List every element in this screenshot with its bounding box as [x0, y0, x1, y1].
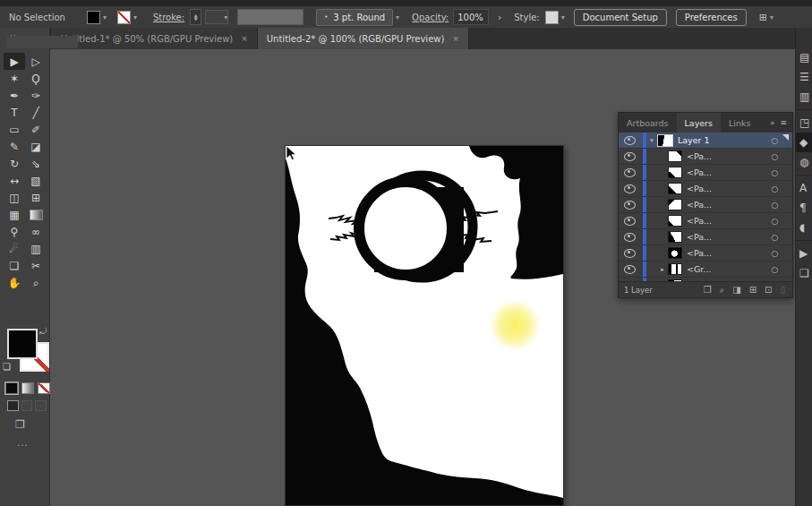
dock-icon-1[interactable]: ▤ — [796, 47, 812, 67]
expand-chevron-icon[interactable]: ▾ — [646, 137, 657, 144]
visibility-eye-icon[interactable] — [624, 249, 636, 258]
target-circle-icon[interactable]: ○ — [771, 168, 778, 177]
selection-tool[interactable]: ▶ — [4, 53, 25, 70]
layer-row-path[interactable]: <Pa... ○ — [619, 149, 792, 165]
perspective-grid-tool[interactable]: ⊞ — [25, 189, 47, 206]
brush-definition-combo[interactable]: • 3 pt. Round — [316, 9, 393, 26]
gradient-tool[interactable] — [25, 206, 47, 223]
expand-chevron-icon[interactable]: ▸ — [657, 266, 668, 273]
mesh-tool[interactable]: ▦ — [4, 206, 25, 223]
selected-art-indicator[interactable] — [782, 134, 789, 141]
draw-behind-button[interactable] — [21, 400, 33, 411]
draw-inside-button[interactable] — [35, 400, 47, 411]
layer-name[interactable]: <Pa... — [687, 167, 712, 177]
visibility-eye-icon[interactable] — [624, 168, 636, 177]
layer-name[interactable]: <Gr... — [687, 264, 711, 274]
dock-icon-11[interactable]: ❏ — [796, 263, 812, 283]
direct-selection-tool[interactable]: ▷ — [25, 53, 47, 70]
layer-thumbnail[interactable] — [668, 150, 682, 162]
stroke-color-swatch[interactable] — [117, 11, 131, 24]
lasso-tool[interactable]: Ϙ — [25, 70, 47, 87]
fill-color-swatch[interactable] — [87, 11, 100, 24]
panel-overflow-icon[interactable]: » — [770, 118, 775, 127]
opacity-label[interactable]: Opacity: — [412, 13, 449, 22]
dock-icon-2[interactable]: ☰ — [796, 67, 812, 87]
tab-close-icon[interactable]: × — [452, 34, 459, 43]
magic-wand-tool[interactable]: ✶ — [4, 70, 25, 87]
artboard-tool[interactable]: ❏ — [4, 257, 25, 274]
tab-links[interactable]: Links — [721, 113, 758, 133]
target-circle-icon[interactable]: ○ — [771, 265, 778, 274]
visibility-eye-icon[interactable] — [624, 265, 636, 274]
zoom-tool[interactable]: ⌕ — [25, 274, 47, 291]
layer-name[interactable]: <Pa... — [687, 200, 712, 210]
arrange-documents-icon[interactable]: ⊞ — [759, 12, 767, 23]
draw-normal-button[interactable] — [7, 400, 19, 411]
new-sublayer-icon[interactable]: ⊞ — [749, 285, 756, 296]
scale-tool[interactable]: ⇘ — [25, 155, 47, 172]
collect-for-export-icon[interactable]: ❐ — [704, 285, 712, 296]
visibility-eye-icon[interactable] — [624, 136, 636, 145]
layer-thumbnail[interactable] — [668, 247, 682, 259]
target-circle-icon[interactable]: ○ — [771, 249, 778, 258]
style-swatch[interactable] — [545, 11, 559, 24]
layer-row-path[interactable]: <Pa... ○ — [619, 229, 792, 245]
visibility-eye-icon[interactable] — [624, 201, 636, 210]
delete-layer-icon[interactable]: ▯ — [780, 285, 785, 296]
dock-icon-7[interactable]: A — [796, 178, 812, 198]
layer-thumbnail[interactable] — [668, 183, 682, 194]
target-circle-icon[interactable]: ○ — [771, 201, 778, 210]
layer-row-layer1[interactable]: ▾ Layer 1 ○ — [619, 133, 792, 149]
fill-indicator-swatch[interactable] — [7, 329, 38, 359]
brush-caret-icon[interactable]: ▾ — [396, 13, 399, 21]
make-clipping-mask-icon[interactable]: ◨ — [732, 285, 740, 296]
layer-name[interactable]: <Pa... — [687, 232, 712, 242]
opacity-value-field[interactable]: 100% — [453, 9, 489, 25]
pen-tool[interactable]: ✒ — [4, 87, 25, 104]
dock-icon-6[interactable]: ◍ — [796, 152, 812, 172]
arrange-caret-icon[interactable]: ▾ — [770, 13, 774, 21]
tab-untitled-1[interactable]: Untitled-1* @ 50% (RGB/GPU Preview) × — [52, 28, 258, 49]
paintbrush-tool[interactable]: ✐ — [25, 121, 47, 138]
tab-untitled-2[interactable]: Untitled-2* @ 100% (RGB/GPU Preview) × — [258, 28, 469, 49]
dock-icon-10[interactable]: ▶ — [796, 244, 812, 263]
line-segment-tool[interactable]: ╱ — [25, 104, 47, 121]
slice-tool[interactable]: ✂ — [25, 257, 47, 274]
target-circle-icon[interactable]: ○ — [771, 217, 778, 226]
layer-name[interactable]: Layer 1 — [678, 135, 710, 145]
new-layer-icon[interactable]: ⊡ — [765, 285, 772, 296]
gradient-button[interactable] — [21, 382, 34, 394]
width-tool[interactable]: ↔ — [4, 172, 25, 189]
visibility-eye-icon[interactable] — [624, 184, 636, 193]
target-circle-icon[interactable]: ○ — [771, 233, 778, 242]
artboard[interactable] — [285, 145, 564, 506]
curvature-tool[interactable]: ✑ — [25, 87, 47, 104]
dock-icon-9[interactable]: ◖ — [796, 218, 812, 237]
stroke-weight-stepper[interactable]: ▲▼ — [190, 9, 201, 25]
layer-row-path[interactable]: <Pa... ○ — [619, 245, 792, 262]
layer-row-path[interactable]: <Pa... ○ — [619, 197, 792, 213]
visibility-eye-icon[interactable] — [624, 152, 636, 161]
layer-thumbnail[interactable] — [668, 263, 682, 275]
type-tool[interactable]: T — [4, 104, 25, 121]
shape-builder-tool[interactable]: ◫ — [4, 189, 25, 206]
dock-icon-3[interactable]: ▥ — [796, 87, 812, 107]
layer-name[interactable]: <Pa... — [687, 184, 712, 193]
visibility-eye-icon[interactable] — [624, 217, 636, 226]
symbol-sprayer-tool[interactable]: ☄ — [4, 240, 25, 257]
column-graph-tool[interactable]: ▥ — [25, 240, 47, 257]
target-circle-icon[interactable]: ○ — [771, 152, 778, 161]
fill-caret-icon[interactable]: ▾ — [103, 13, 107, 21]
edit-toolbar-ellipsis[interactable]: ... — [17, 438, 29, 448]
opacity-more-icon[interactable]: › — [498, 13, 501, 22]
layer-thumbnail[interactable] — [668, 167, 682, 178]
layer-row-path[interactable]: <Pa... ○ — [619, 181, 792, 197]
panel-menu-icon[interactable]: ≡ — [780, 118, 787, 127]
layer-row-path[interactable]: <Pa... ○ — [619, 213, 792, 229]
none-button[interactable] — [38, 382, 50, 394]
eraser-tool[interactable]: ◪ — [25, 138, 47, 155]
rectangle-tool[interactable]: ▭ — [4, 121, 25, 138]
blend-tool[interactable]: ∞ — [25, 223, 47, 240]
target-circle-icon[interactable]: ○ — [771, 184, 778, 193]
visibility-eye-icon[interactable] — [624, 233, 636, 242]
